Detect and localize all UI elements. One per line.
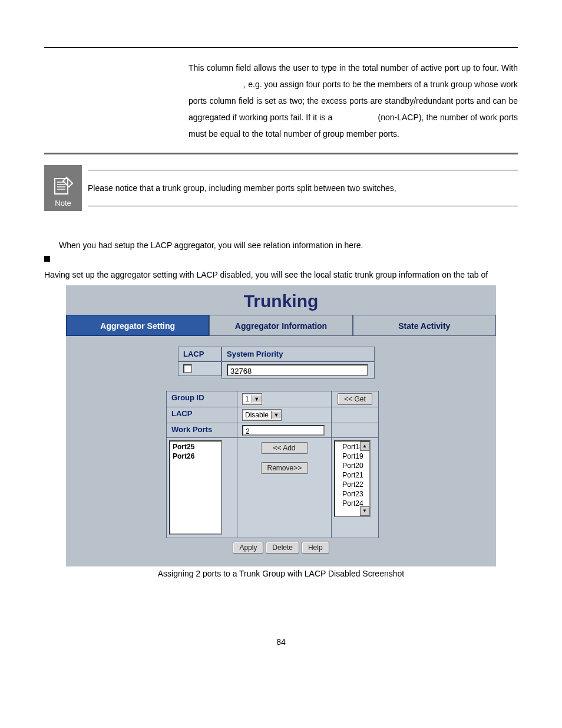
system-priority-input[interactable]: 32768 — [227, 364, 368, 376]
panel-title: Trunking — [66, 285, 496, 315]
list-item[interactable]: Port25 — [171, 442, 221, 452]
list-item[interactable]: Port23 — [336, 489, 369, 499]
work-ports-description: This column field allows the user to typ… — [189, 60, 518, 142]
tab-aggregator-setting[interactable]: Aggregator Setting — [66, 315, 209, 336]
work-ports-label: Work Ports — [167, 423, 237, 438]
section-divider — [44, 153, 518, 154]
lacp-checkbox[interactable] — [183, 364, 192, 373]
action-buttons: Apply Delete Help — [72, 538, 490, 559]
aggregator-intro: When you had setup the LACP aggregator, … — [59, 241, 518, 250]
scroll-up-icon[interactable]: ▲ — [360, 442, 369, 451]
square-bullet-icon — [44, 256, 50, 262]
selected-ports-list[interactable]: Port25 Port26 — [169, 440, 222, 535]
trunk-config-table: Group ID 1 ▼ << Get LACP — [166, 391, 379, 538]
list-item[interactable]: Port20 — [336, 461, 369, 470]
system-priority-header: System Priority — [222, 347, 375, 361]
list-item[interactable]: Port22 — [336, 480, 369, 489]
lacp-priority-row: LACP System Priority 32768 — [178, 347, 490, 379]
list-item[interactable]: Port26 — [171, 452, 221, 461]
trunking-screenshot: Trunking Aggregator Setting Aggregator I… — [66, 285, 496, 566]
static-trunk-paragraph: Having set up the aggregator setting wit… — [44, 266, 518, 283]
list-item[interactable]: Port19 — [336, 452, 369, 461]
lacp-select[interactable]: Disable ▼ — [242, 409, 282, 421]
page-number: 84 — [44, 637, 518, 647]
available-ports-list[interactable]: ▲ Port18 Port19 Port20 Port21 Port22 Por… — [334, 440, 371, 517]
add-button[interactable]: << Add — [261, 442, 308, 454]
lacp-header: LACP — [178, 347, 222, 361]
top-rule — [44, 47, 518, 48]
figure-caption: Assigning 2 ports to a Trunk Group with … — [44, 569, 518, 578]
apply-button[interactable]: Apply — [233, 542, 263, 554]
remove-button[interactable]: Remove>> — [261, 462, 308, 474]
group-id-select[interactable]: 1 ▼ — [242, 393, 262, 405]
note-icon: Note — [44, 165, 82, 211]
group-id-label: Group ID — [167, 391, 237, 407]
list-item[interactable]: Port21 — [336, 470, 369, 480]
note-text: Please notice that a trunk group, includ… — [88, 170, 518, 206]
tab-aggregator-information[interactable]: Aggregator Information — [209, 315, 352, 336]
svg-rect-0 — [55, 179, 68, 194]
help-button[interactable]: Help — [302, 542, 329, 554]
get-button[interactable]: << Get — [338, 393, 372, 405]
note-block: Note Please notice that a trunk group, i… — [44, 165, 518, 211]
static-bullet — [44, 256, 518, 262]
work-ports-input[interactable]: 2 — [242, 425, 325, 436]
chevron-down-icon: ▼ — [252, 396, 262, 402]
note-label: Note — [55, 199, 71, 207]
tab-bar: Aggregator Setting Aggregator Informatio… — [66, 315, 496, 336]
chevron-down-icon: ▼ — [272, 412, 281, 418]
delete-button[interactable]: Delete — [266, 542, 299, 554]
lacp-row-label: LACP — [167, 407, 237, 423]
scroll-down-icon[interactable]: ▼ — [360, 506, 369, 516]
tab-state-activity[interactable]: State Activity — [353, 315, 496, 336]
